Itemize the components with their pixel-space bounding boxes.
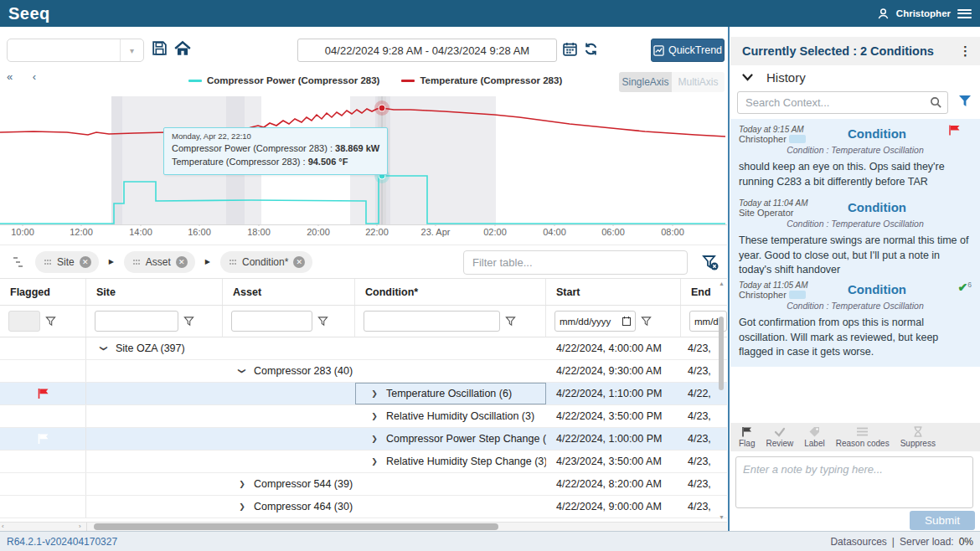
kebab-menu-icon[interactable]: ⋮: [959, 44, 972, 59]
chip-site-remove-icon[interactable]: ✕: [80, 256, 91, 268]
note-input[interactable]: Enter a note by typing here...: [735, 456, 973, 508]
scroll-up-icon[interactable]: ▲: [719, 281, 725, 286]
tooltip-power-line: Compressor Power (Compressor 283) : 38.8…: [172, 142, 379, 156]
legend-item-temperature[interactable]: Temperature (Compressor 283): [401, 75, 562, 85]
chevron-expanded-icon[interactable]: ❯: [100, 344, 108, 353]
collapse-arrows[interactable]: « ‹: [7, 70, 44, 83]
col-header-flagged[interactable]: Flagged: [0, 279, 86, 305]
trend-chart[interactable]: Monday, Apr 22, 22:10 Compressor Power (…: [0, 92, 727, 239]
table-row[interactable]: ❯Temperature Oscillation (6)4/22/2024, 1…: [0, 383, 727, 405]
tree-node[interactable]: ❯Temperature Oscillation (6): [370, 388, 512, 399]
save-icon[interactable]: [151, 39, 171, 59]
version-label[interactable]: R64.2.1-v202404170327: [7, 536, 117, 548]
history-filter-icon[interactable]: [958, 95, 972, 107]
scrollbar-thumb[interactable]: [719, 317, 724, 390]
tree-node[interactable]: ❯Site OZA (397): [100, 342, 185, 354]
chevron-collapsed-icon[interactable]: ❯: [370, 412, 379, 420]
flagged-filter-input[interactable]: [8, 311, 40, 332]
panel-divider[interactable]: [728, 27, 730, 531]
search-icon: [930, 96, 942, 109]
tree-node[interactable]: ❯Compressor Power Step Change (3): [370, 433, 546, 445]
review-action-button[interactable]: Review: [766, 426, 793, 448]
col-header-asset[interactable]: Asset: [223, 279, 355, 305]
tree-node[interactable]: ❯Compressor 464 (30): [238, 501, 353, 512]
table-row[interactable]: ❯Relative Humidity Oscillation (3)4/22/2…: [0, 405, 727, 428]
history-section-toggle[interactable]: History: [742, 70, 806, 85]
suppress-action-button[interactable]: Suppress: [900, 426, 936, 448]
chevron-collapsed-icon[interactable]: ❯: [370, 389, 379, 398]
funnel-icon[interactable]: [641, 316, 652, 327]
refresh-icon[interactable]: [584, 42, 598, 56]
col-header-condition[interactable]: Condition*: [355, 279, 546, 305]
table-row[interactable]: ❯Relative Humidity Step Change (3)4/23/2…: [0, 451, 727, 473]
tree-node[interactable]: ❯Compressor 544 (39): [238, 478, 353, 490]
table-row[interactable]: ❯Compressor 464 (30)4/22/2024, 9:00:00 A…: [0, 496, 727, 518]
multi-axis-button[interactable]: MultiAxis: [672, 72, 725, 92]
table-row[interactable]: ❯Site OZA (397)4/22/2024, 4:00:00 AM4/23…: [0, 337, 727, 360]
col-header-site[interactable]: Site: [86, 279, 223, 305]
vertical-scrollbar[interactable]: ▲ ▼: [718, 279, 725, 522]
calendar-icon[interactable]: [563, 42, 577, 56]
date-range-input[interactable]: 04/22/2024 9:28 AM - 04/23/2024 9:28 AM: [297, 39, 557, 62]
tree-view-icon[interactable]: [12, 255, 25, 269]
table-row[interactable]: ❯Compressor 544 (39)4/22/2024, 8:20:00 A…: [0, 473, 727, 496]
tooltip-time: Monday, Apr 22, 22:10: [172, 131, 379, 141]
search-context-input[interactable]: Search Context...: [737, 91, 948, 114]
worksheet-select[interactable]: ▾: [7, 39, 144, 62]
quicktrend-button[interactable]: QuickTrend: [651, 39, 725, 62]
filter-table-input[interactable]: Filter table...: [463, 250, 688, 275]
chip-asset-remove-icon[interactable]: ✕: [176, 256, 188, 268]
funnel-icon[interactable]: [183, 316, 194, 327]
chip-condition[interactable]: Condition* ✕: [220, 251, 312, 273]
table-row[interactable]: ❯Compressor 283 (40)4/22/2024, 9:30:00 A…: [0, 360, 727, 383]
reason-codes-action-button[interactable]: Reason codes: [836, 426, 890, 448]
site-filter-input[interactable]: [95, 311, 178, 332]
scroll-down-icon[interactable]: ▼: [719, 514, 725, 520]
horizontal-scrollbar[interactable]: ‹ ›: [0, 522, 727, 531]
chevron-expanded-icon[interactable]: ❯: [238, 367, 246, 375]
chip-asset[interactable]: Asset ✕: [124, 251, 195, 273]
table-filter-row: mm/dd/yyyy mm/d: [0, 306, 727, 337]
chevron-collapsed-icon[interactable]: ❯: [238, 480, 246, 488]
server-load-value: 0%: [959, 536, 973, 548]
col-header-start[interactable]: Start: [546, 279, 681, 305]
history-entry[interactable]: Today at 11:05 AMChristopherCondition✔6C…: [730, 275, 980, 367]
scroll-right-icon[interactable]: ›: [79, 523, 81, 531]
single-axis-button[interactable]: SingleAxis: [619, 72, 672, 92]
submit-button[interactable]: Submit: [910, 511, 975, 530]
chevron-collapsed-icon[interactable]: ❯: [370, 435, 379, 443]
flag-action-button[interactable]: Flag: [739, 426, 755, 448]
asset-filter-input[interactable]: [231, 311, 312, 332]
tree-node[interactable]: ❯Compressor 283 (40): [238, 365, 353, 377]
funnel-icon[interactable]: [317, 316, 328, 327]
filter-clear-icon[interactable]: [701, 253, 720, 271]
datasources-link[interactable]: Datasources: [830, 536, 886, 548]
table-row[interactable]: ❯Compressor Power Step Change (3)4/22/20…: [0, 428, 727, 451]
hamburger-menu-icon[interactable]: [957, 9, 972, 18]
tree-node[interactable]: ❯Relative Humidity Oscillation (3): [370, 410, 534, 422]
funnel-icon[interactable]: [505, 316, 516, 327]
x-axis-ticks: 10:0012:0014:0016:0018:0020:0022:0023. A…: [0, 227, 727, 239]
label-action-button[interactable]: Label: [804, 426, 824, 448]
condition-filter-input[interactable]: [364, 311, 500, 332]
start-cell: 4/22/2024, 1:10:00 PM: [546, 383, 681, 404]
home-icon[interactable]: [173, 39, 193, 59]
funnel-icon[interactable]: [45, 316, 56, 327]
chevron-down-icon[interactable]: ▾: [120, 39, 143, 61]
chip-condition-remove-icon[interactable]: ✕: [293, 256, 305, 268]
x-tick-label: 02:00: [483, 227, 507, 237]
start-cell: 4/22/2024, 1:00:00 PM: [546, 428, 681, 450]
scrollbar-thumb[interactable]: [94, 523, 498, 530]
tooltip-temperature-line: Temperature (Compressor 283) : 94.506 °F: [172, 156, 379, 169]
history-entry[interactable]: Today at 11:04 AMSite OperatorConditionC…: [730, 193, 980, 285]
chevron-collapsed-icon[interactable]: ❯: [370, 457, 379, 466]
chevron-collapsed-icon[interactable]: ❯: [238, 502, 246, 511]
chip-site[interactable]: Site ✕: [35, 251, 99, 273]
legend-item-power[interactable]: Compressor Power (Compressor 283): [188, 75, 379, 85]
author-highlight: [789, 135, 806, 143]
tree-node[interactable]: ❯Relative Humidity Step Change (3): [370, 456, 546, 467]
scroll-left-icon[interactable]: ‹: [2, 523, 4, 531]
user-menu[interactable]: Christopher: [896, 8, 951, 18]
history-entry[interactable]: Today at 9:15 AMChristopherConditionCond…: [730, 119, 980, 196]
start-date-filter[interactable]: mm/dd/yyyy: [554, 311, 636, 332]
